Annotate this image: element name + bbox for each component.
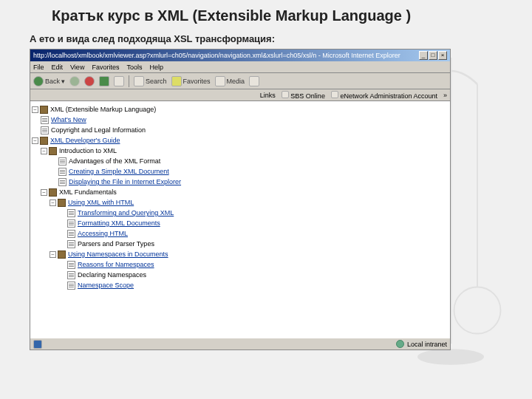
tree-node[interactable]: Formatting XML Documents — [32, 218, 449, 228]
book-icon — [49, 147, 57, 155]
slide-title: Кратък курс в XML (Extensible Markup Lan… — [52, 7, 502, 24]
links-bar: Links SBS Online eNetwork Administration… — [30, 89, 450, 101]
link-icon — [331, 91, 338, 98]
tree-node[interactable]: Creating a Simple XML Document — [32, 166, 449, 177]
tree-node[interactable]: Displaying the File in Internet Explorer — [32, 177, 449, 187]
chevron-right-icon[interactable]: » — [443, 92, 447, 99]
collapse-icon[interactable]: − — [41, 189, 47, 196]
window-title: http://localhost/xmlbook/xmlviewer.asp?x… — [33, 52, 419, 59]
book-icon — [58, 199, 66, 207]
menu-view[interactable]: View — [70, 64, 84, 71]
refresh-icon[interactable] — [99, 76, 109, 86]
tree-node[interactable]: Parsers and Parser Types — [32, 239, 449, 249]
document-icon — [67, 230, 75, 238]
tree-node[interactable]: Transforming and Querying XML — [32, 208, 449, 218]
collapse-icon[interactable]: − — [50, 200, 56, 206]
document-icon — [67, 219, 75, 228]
tree-node[interactable]: − XML Developer's Guide — [32, 135, 449, 146]
status-bar: Local intranet — [30, 338, 450, 349]
tree-node[interactable]: − XML Fundamentals — [32, 187, 449, 197]
document-icon — [67, 271, 75, 279]
document-icon — [58, 178, 66, 186]
security-zone: Local intranet — [407, 341, 447, 348]
document-icon — [58, 157, 66, 166]
ie-logo-icon — [33, 340, 42, 349]
tree-node[interactable]: What's New — [32, 115, 449, 125]
tree-node[interactable]: Reasons for Namespaces — [32, 259, 449, 270]
link-icon — [282, 91, 289, 98]
back-icon — [33, 76, 44, 86]
toolbar: Back ▾ Search Favorites Media — [30, 73, 450, 89]
collapse-icon[interactable]: − — [41, 148, 47, 154]
document-icon — [41, 116, 49, 124]
star-icon — [171, 76, 182, 86]
tree-node[interactable]: − Introduction to XML — [32, 146, 449, 156]
collapse-icon[interactable]: − — [32, 137, 38, 144]
content-area: − XML (Extensible Markup Language) What'… — [30, 101, 450, 338]
tree-node[interactable]: − Using Namespaces in Documents — [32, 249, 449, 259]
window-titlebar: http://localhost/xmlbook/xmlviewer.asp?x… — [30, 50, 450, 61]
home-icon[interactable] — [114, 76, 124, 86]
media-button[interactable]: Media — [215, 76, 245, 86]
tree-node-root[interactable]: − XML (Extensible Markup Language) — [32, 104, 449, 115]
document-icon — [67, 261, 75, 269]
document-icon — [41, 126, 49, 134]
tree-node[interactable]: − Using XML with HTML — [32, 197, 449, 208]
book-icon — [58, 250, 66, 259]
document-icon — [67, 209, 75, 217]
link-item-2[interactable]: eNetwork Administration Account — [331, 91, 437, 100]
tree-node[interactable]: Copyright and Legal Information — [32, 125, 449, 135]
close-button[interactable]: × — [438, 51, 447, 60]
tree-node[interactable]: Namespace Scope — [32, 280, 449, 290]
collapse-icon[interactable]: − — [32, 106, 38, 113]
document-icon — [58, 168, 66, 176]
history-icon[interactable] — [249, 76, 259, 86]
menu-bar: File Edit View Favorites Tools Help — [30, 61, 450, 73]
document-icon — [67, 282, 75, 290]
menu-file[interactable]: File — [33, 64, 44, 71]
forward-icon[interactable] — [69, 76, 80, 86]
menu-favorites[interactable]: Favorites — [92, 64, 119, 71]
favorites-button[interactable]: Favorites — [171, 76, 211, 86]
minimize-button[interactable]: _ — [419, 51, 428, 60]
search-button[interactable]: Search — [134, 76, 167, 86]
links-label: Links — [260, 92, 276, 99]
zone-icon — [396, 340, 404, 348]
link-item-1[interactable]: SBS Online — [282, 91, 325, 100]
book-icon — [49, 188, 57, 197]
browser-window: http://localhost/xmlbook/xmlviewer.asp?x… — [30, 49, 451, 350]
book-icon — [40, 106, 48, 114]
maximize-button[interactable]: □ — [429, 51, 437, 60]
menu-tools[interactable]: Tools — [126, 64, 142, 71]
menu-edit[interactable]: Edit — [52, 64, 64, 71]
document-icon — [67, 240, 75, 248]
book-icon — [40, 137, 48, 145]
back-button[interactable]: Back ▾ — [33, 76, 65, 86]
stop-icon[interactable] — [84, 76, 95, 86]
slide-subtitle: А ето и вида след подходяща XSL трансфор… — [30, 33, 502, 44]
search-icon — [134, 76, 144, 86]
menu-help[interactable]: Help — [149, 64, 163, 71]
media-icon — [215, 76, 225, 86]
chevron-down-icon: ▾ — [61, 78, 65, 85]
collapse-icon[interactable]: − — [50, 251, 56, 258]
tree-node[interactable]: Accessing HTML — [32, 228, 449, 239]
tree-node[interactable]: Declaring Namespaces — [32, 270, 449, 280]
tree-node[interactable]: Advantages of the XML Format — [32, 156, 449, 166]
